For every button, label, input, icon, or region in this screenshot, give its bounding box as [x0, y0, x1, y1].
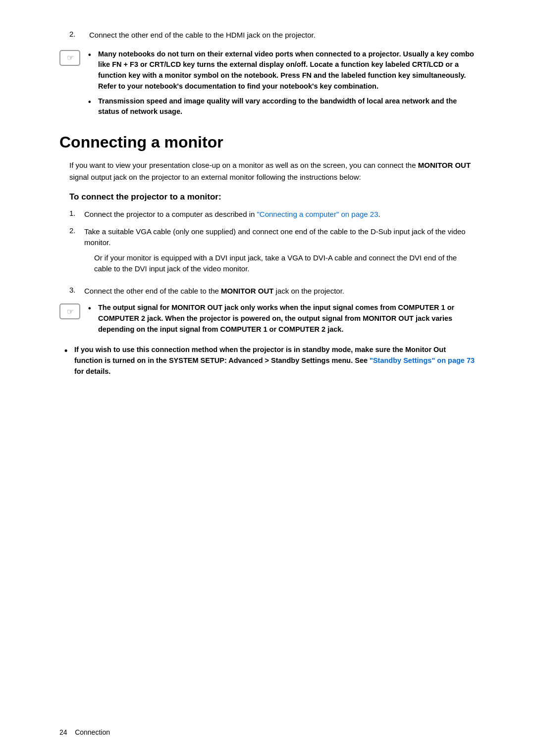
note-box-3: • If you wish to use this connection met… [59, 345, 476, 377]
section-title: Connecting a monitor [59, 133, 476, 151]
step-2-number: 2. [59, 226, 84, 280]
note-icon [59, 50, 80, 66]
step-3-content: Connect the other end of the cable to th… [84, 286, 476, 297]
footer-section: Connection [75, 728, 110, 736]
note-icon-area-2 [59, 302, 88, 339]
note2-item-1: The output signal for MONITOR OUT jack o… [88, 302, 476, 335]
subsection-title: To connect the projector to a monitor: [69, 192, 476, 202]
page: 2. Connect the other end of the cable to… [0, 0, 535, 756]
footer-page-number: 24 [59, 728, 67, 736]
note-item-1: Many notebooks do not turn on their exte… [88, 49, 476, 92]
note-icon-2 [59, 303, 80, 319]
note2-item-1-text: The output signal for MONITOR OUT jack o… [98, 302, 476, 335]
step-2-sub: Or if your monitor is equipped with a DV… [84, 252, 476, 275]
step-text: Connect the other end of the cable to th… [89, 30, 476, 41]
note-content-2: The output signal for MONITOR OUT jack o… [88, 302, 476, 339]
note-item-1-text: Many notebooks do not turn on their exte… [98, 49, 476, 92]
top-step-2: 2. Connect the other end of the cable to… [59, 30, 476, 41]
note-item-2-text: Transmission speed and image quality wil… [98, 96, 476, 118]
note-content-1: Many notebooks do not turn on their exte… [88, 49, 476, 122]
step-3: 3. Connect the other end of the cable to… [59, 286, 476, 297]
step-number: 2. [69, 30, 89, 41]
section-intro: If you want to view your presentation cl… [59, 159, 476, 183]
note-box-1: Many notebooks do not turn on their exte… [59, 49, 476, 122]
step-3-number: 3. [59, 286, 84, 297]
note-box-2: The output signal for MONITOR OUT jack o… [59, 302, 476, 339]
note-item-2: Transmission speed and image quality wil… [88, 96, 476, 118]
note3-content: If you wish to use this connection metho… [74, 345, 476, 377]
step-1-content: Connect the projector to a computer as d… [84, 209, 476, 220]
step-2-text: Take a suitable VGA cable (only one supp… [84, 227, 466, 247]
steps-area: 1. Connect the projector to a computer a… [59, 209, 476, 297]
connecting-computer-link[interactable]: "Connecting a computer" on page 23 [257, 210, 378, 218]
step-2: 2. Take a suitable VGA cable (only one s… [59, 226, 476, 280]
step-2-content: Take a suitable VGA cable (only one supp… [84, 226, 476, 280]
step-1-number: 1. [59, 209, 84, 220]
step-1: 1. Connect the projector to a computer a… [59, 209, 476, 220]
note-icon-area [59, 49, 88, 122]
standby-settings-link[interactable]: "Standby Settings" on page 73 [370, 356, 475, 364]
footer: 24 Connection [59, 728, 110, 736]
bullet-marker: • [64, 345, 74, 377]
